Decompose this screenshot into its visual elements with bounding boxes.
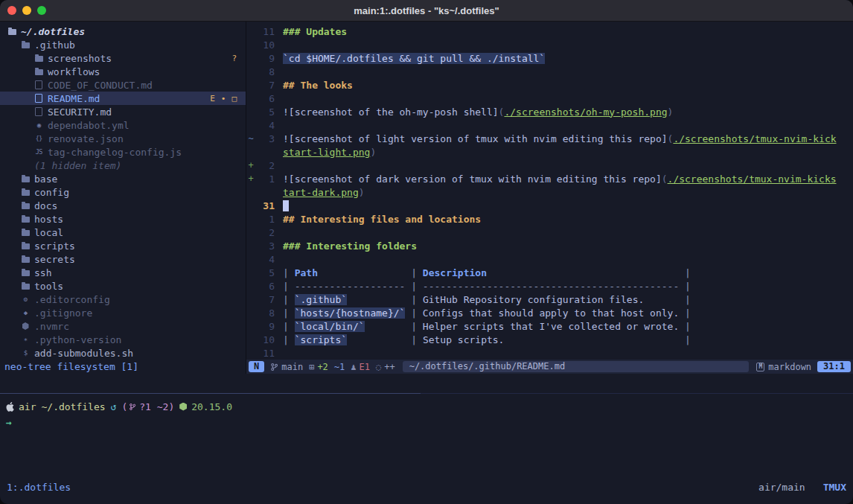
gutter-sign (246, 307, 255, 318)
terminal: ~/.dotfiles.githubscreenshots?workflowsC… (0, 22, 853, 504)
tree-item-screenshots[interactable]: screenshots? (0, 51, 246, 65)
editor-line[interactable]: 11### Updates (246, 25, 853, 38)
editor-line[interactable]: ~3![screenshot of light version of tmux … (246, 132, 853, 145)
tree-item-secrets[interactable]: secrets (0, 252, 246, 266)
code-segment: | (405, 321, 422, 332)
tree-item-dependabot-yml[interactable]: ◉dependabot.yml (0, 118, 246, 132)
tmux-label: TMUX (823, 482, 846, 493)
tree-item-scripts[interactable]: scripts (0, 239, 246, 252)
tree-item-base[interactable]: base (0, 172, 246, 185)
editor-line[interactable]: 3### Interesting folders (246, 239, 853, 252)
tree-item-label: screenshots (48, 53, 112, 64)
folder-icon (21, 228, 30, 237)
folder-icon (21, 255, 30, 264)
tree-item-docs[interactable]: docs (0, 199, 246, 212)
tree-item-python-version[interactable]: ∗.python-version (0, 333, 246, 346)
error-count: E1 (360, 362, 370, 372)
gutter-sign (246, 147, 255, 157)
code-segment: ### Interesting folders (283, 240, 417, 252)
close-button[interactable] (7, 6, 16, 15)
editor-line[interactable]: tart-dark.png) (246, 185, 853, 199)
neotree-statusline: neo-tree filesystem [1] (0, 360, 246, 374)
line-number: 6 (255, 93, 283, 104)
line-number: 3 (255, 133, 283, 144)
code-segment: | (679, 281, 691, 292)
editor-line[interactable]: 9| `local/bin/` | Helper scripts that I'… (246, 319, 853, 333)
prompt-cwd: ~/.dotfiles (41, 401, 105, 412)
zoom-button[interactable] (37, 6, 46, 15)
tree-item-security-md[interactable]: SECURITY.md (0, 105, 246, 118)
tmux-window-item[interactable]: 1:.dotfiles (7, 482, 71, 493)
tree-item-code-of-conduct-md[interactable]: CODE_OF_CONDUCT.md (0, 78, 246, 92)
code-segment: | (679, 321, 691, 332)
tree-item-dotfiles[interactable]: ~/.dotfiles (0, 25, 246, 38)
editor-line[interactable]: 8| `hosts/{hostname}/` | Configs that sh… (246, 306, 853, 319)
tree-item-github[interactable]: .github (0, 38, 246, 51)
file-tree: ~/.dotfiles.githubscreenshots?workflowsC… (0, 22, 246, 360)
tree-item-hosts[interactable]: hosts (0, 212, 246, 226)
editor-line[interactable]: 6 (246, 92, 853, 105)
pad: ------------------- (295, 281, 406, 292)
editor-line[interactable]: 5![screenshot of the oh-my-posh shell](.… (246, 105, 853, 118)
gutter-sign (246, 334, 255, 345)
tmux-pane-divider[interactable] (0, 393, 853, 394)
code-segment: | (679, 307, 691, 319)
editor-line[interactable]: 6| ------------------- | ---------------… (246, 279, 853, 293)
js-icon: JS (34, 147, 43, 156)
folder-icon (21, 188, 30, 197)
tree-item-tag-changelog-config-js[interactable]: JStag-changelog-config.js (0, 145, 246, 159)
tree-item-renovate-json[interactable]: {}renovate.json (0, 132, 246, 145)
editor-line[interactable]: 5| Path | Description | (246, 266, 853, 279)
editor-line[interactable]: +1![screenshot of dark version of tmux w… (246, 172, 853, 185)
command-input-line[interactable]: → (6, 415, 12, 429)
tree-item-nvmrc[interactable]: .nvmrc (0, 319, 246, 333)
markdown-icon: M (756, 363, 764, 371)
gutter-sign (246, 227, 255, 237)
editor-line[interactable]: 10 (246, 38, 853, 51)
editor-line[interactable]: 11 (246, 346, 853, 360)
editor-line[interactable]: 4 (246, 252, 853, 266)
tree-item-local[interactable]: local (0, 226, 246, 239)
editor-line[interactable]: 9`cd $HOME/.dotfiles && git pull && ./in… (246, 51, 853, 65)
gutter-sign (246, 254, 255, 264)
tree-item-label: .github (34, 39, 75, 51)
editor-line[interactable]: 7| `.github` | GitHub Repository configu… (246, 293, 853, 306)
tree-item-workflows[interactable]: workflows (0, 65, 246, 78)
line-text: ### Interesting folders (283, 240, 853, 252)
tree-item-label: .editorconfig (34, 294, 110, 305)
line-number: 10 (255, 334, 283, 345)
editor-line[interactable]: start-light.png) (246, 145, 853, 159)
tree-item-editorconfig[interactable]: ⚙.editorconfig (0, 293, 246, 306)
line-number: 7 (255, 294, 283, 305)
tree-item-gitignore[interactable]: ◆.gitignore (0, 306, 246, 319)
code-segment: Setup scripts. (423, 334, 505, 345)
gutter-sign (246, 187, 255, 197)
gutter-sign (246, 39, 255, 50)
tree-item-readme-md[interactable]: README.mdE•□ (0, 92, 246, 105)
tree-item-config[interactable]: config (0, 185, 246, 199)
editor-line[interactable]: 8 (246, 65, 853, 78)
editor-line[interactable]: 1## Interesting files and locations (246, 212, 853, 226)
editor-line[interactable]: 4 (246, 118, 853, 132)
tmux-status-right: air/main TMUX (758, 482, 846, 493)
statusline: N main ⊞ +2 ~1 ♟ E1 ◌ ++ ~/.dotfiles/.gi… (246, 360, 853, 374)
minimize-button[interactable] (22, 6, 31, 15)
editor-line[interactable]: 10| `scripts` | Setup scripts. | (246, 333, 853, 346)
file-path: ~/.dotfiles/.github/README.md (403, 361, 750, 372)
editor-line[interactable]: +2 (246, 159, 853, 172)
line-number: 11 (255, 348, 283, 359)
tree-item-1-hidden-item[interactable]: (1 hidden item) (0, 159, 246, 172)
editor-line[interactable]: 7## The looks (246, 78, 853, 92)
tree-item-add-submodules-sh[interactable]: $add-submodules.sh (0, 346, 246, 360)
tree-item-label: CODE_OF_CONDUCT.md (48, 80, 153, 91)
tree-item-label: workflows (48, 66, 100, 77)
editor-line[interactable]: 2 (246, 226, 853, 239)
editor-line[interactable]: 31 (246, 199, 853, 212)
pad (347, 294, 405, 305)
line-text: ![screenshot of light version of tmux wi… (283, 133, 853, 144)
gutter-sign (246, 80, 255, 90)
diff-changed: ~1 (334, 362, 345, 372)
tree-item-ssh[interactable]: ssh (0, 266, 246, 279)
tree-item-tools[interactable]: tools (0, 279, 246, 293)
tree-item-label: .python-version (34, 334, 121, 345)
